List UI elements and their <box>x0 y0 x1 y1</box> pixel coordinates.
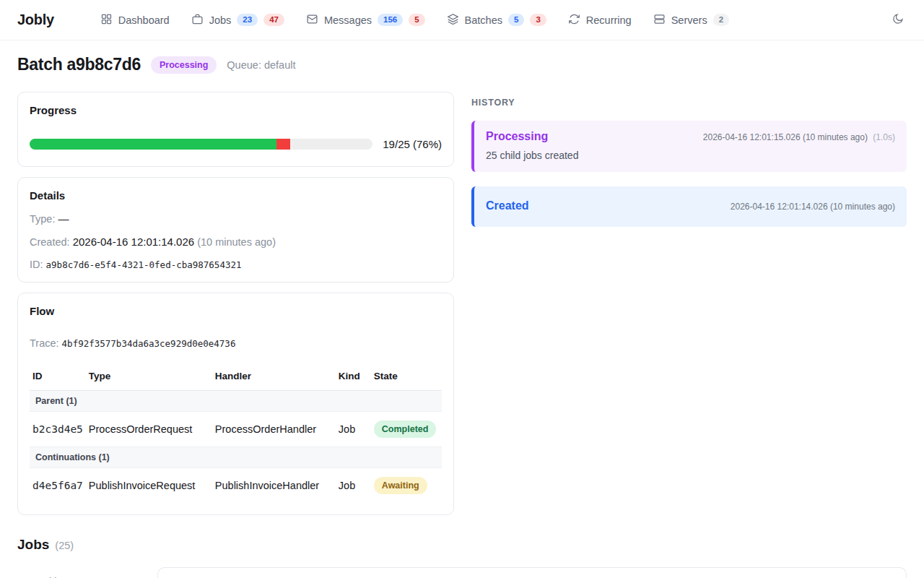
nav-item-label: Messages <box>324 14 372 26</box>
nav-item-servers[interactable]: Servers 2 <box>653 13 729 27</box>
detail-id-value: a9b8c7d6-e5f4-4321-0fed-cba987654321 <box>46 259 242 270</box>
history-item-processing: Processing 2026-04-16 12:01:15.026 (10 m… <box>471 121 907 172</box>
progress-card: Progress 19/25 (76%) <box>17 92 454 167</box>
flow-row-continuation-job[interactable]: d4e5f6a7 PublishInvoiceRequest PublishIn… <box>30 468 442 504</box>
nav-item-label: Jobs <box>209 14 232 26</box>
layers-icon <box>447 13 459 27</box>
nav-item-label: Recurring <box>586 14 632 26</box>
jobs-badge-enqueued: 23 <box>237 14 258 27</box>
flow-trace-row: Trace: 4bf92f3577b34da6a3ce929d0e0e4736 <box>30 337 442 349</box>
flow-row-type: ProcessOrderRequest <box>86 412 212 447</box>
trace-label: Trace: <box>30 337 59 349</box>
theme-toggle-button[interactable] <box>889 10 907 30</box>
flow-group-parent: Parent (1) <box>30 391 442 412</box>
flow-row-handler: PublishInvoiceHandler <box>212 468 336 504</box>
progress-card-title: Progress <box>30 104 442 116</box>
nav-item-batches[interactable]: Batches 5 3 <box>447 13 546 27</box>
jobs-section-title: Jobs <box>17 537 49 553</box>
flow-card-title: Flow <box>30 305 442 317</box>
jobs-col-handler: Handler <box>412 572 625 578</box>
nav-item-jobs[interactable]: Jobs 23 47 <box>191 13 284 27</box>
nav-item-label: Batches <box>465 14 502 26</box>
messages-badge-total: 156 <box>378 14 403 27</box>
nav-items: Dashboard Jobs 23 47 Messages 156 5 Batc… <box>100 13 889 27</box>
flow-col-state: State <box>371 365 442 391</box>
history-timestamp: 2026-04-16 12:01:15.026 (10 minutes ago)… <box>703 132 895 142</box>
page-header: Batch a9b8c7d6 Processing Queue: default <box>17 55 907 74</box>
flow-row-kind: Job <box>336 468 371 504</box>
nav-item-label: Dashboard <box>118 14 170 26</box>
jobs-col-id: ID <box>170 572 233 578</box>
history-description: 25 child jobs created <box>486 150 895 161</box>
nav-item-label: Servers <box>671 14 707 26</box>
flow-row-parent-job[interactable]: b2c3d4e5 ProcessOrderRequest ProcessOrde… <box>30 412 442 447</box>
progress-bar <box>30 139 372 150</box>
state-badge-awaiting: Awaiting <box>374 477 427 494</box>
envelope-icon <box>306 13 318 27</box>
flow-row-kind: Job <box>336 412 371 447</box>
flow-row-id: d4e5f6a7 <box>30 468 86 504</box>
page-title: Batch a9b8c7d6 <box>17 55 141 74</box>
progress-bar-failed <box>276 139 290 150</box>
moon-icon <box>892 13 904 27</box>
flow-col-handler: Handler <box>212 365 336 391</box>
left-column: Progress 19/25 (76%) Details Type: — <box>17 92 454 515</box>
nav-item-recurring[interactable]: Recurring <box>568 13 632 27</box>
batch-status-badge: Processing <box>151 56 217 74</box>
jobs-table-card: ID Type Handler State Created <box>157 567 907 578</box>
flow-group-continuations: Continuations (1) <box>30 447 442 468</box>
batch-detail-page: Batch a9b8c7d6 Processing Queue: default… <box>0 40 924 578</box>
trace-value: 4bf92f3577b34da6a3ce929d0e0e4736 <box>62 338 236 349</box>
details-card: Details Type: — Created: 2026-04-16 12:0… <box>17 177 454 282</box>
batches-badge-failed: 3 <box>530 14 546 27</box>
queue-label: Queue: default <box>227 59 295 71</box>
progress-label: 19/25 (76%) <box>383 138 442 150</box>
filter-item-awaiting[interactable]: Awaiting 0 <box>17 570 139 578</box>
jobs-col-created: Created <box>824 572 894 578</box>
detail-type-value: — <box>58 212 69 225</box>
jobs-col-type: Type <box>233 572 412 578</box>
nav-item-messages[interactable]: Messages 156 5 <box>306 13 425 27</box>
flow-col-id: ID <box>30 365 86 391</box>
servers-badge-count: 2 <box>713 14 729 27</box>
refresh-icon <box>568 13 580 27</box>
flow-row-id: b2c3d4e5 <box>30 412 86 447</box>
flow-table-header: ID Type Handler Kind State <box>30 365 442 391</box>
flow-col-kind: Kind <box>336 365 371 391</box>
history-timestamp: 2026-04-16 12:01:14.026 (10 minutes ago) <box>731 202 895 212</box>
batches-badge-active: 5 <box>508 14 524 27</box>
detail-id-row: ID: a9b8c7d6-e5f4-4321-0fed-cba987654321 <box>30 259 442 270</box>
navbar: Jobly Dashboard Jobs 23 47 Messages 156 … <box>0 0 924 40</box>
briefcase-icon <box>191 13 204 27</box>
jobs-table-header: ID Type Handler State Created <box>170 572 894 578</box>
detail-id-label: ID: <box>30 259 43 270</box>
jobs-table: ID Type Handler State Created <box>170 572 894 578</box>
history-item-created: Created 2026-04-16 12:01:14.026 (10 minu… <box>471 186 907 227</box>
detail-type-label: Type: <box>30 213 55 225</box>
history-heading: HISTORY <box>471 98 907 108</box>
flow-col-type: Type <box>86 365 212 391</box>
flow-row-type: PublishInvoiceRequest <box>86 468 212 504</box>
jobs-col-state: State <box>625 572 824 578</box>
jobs-badge-failed: 47 <box>263 14 284 27</box>
history-state: Processing <box>486 130 548 143</box>
detail-created-value: 2026-04-16 12:01:14.026 <box>73 236 194 248</box>
progress-bar-completed <box>30 139 276 150</box>
history-duration: (1.0s) <box>873 132 895 142</box>
history-state: Created <box>486 199 529 212</box>
flow-table: ID Type Handler Kind State Parent (1) b2… <box>30 365 442 503</box>
messages-badge-failed: 5 <box>409 14 424 27</box>
server-icon <box>653 13 666 27</box>
jobs-state-filter-list: Awaiting 0 <box>17 567 139 578</box>
state-badge-completed: Completed <box>374 420 437 438</box>
jobs-section-count: (25) <box>55 540 74 551</box>
jobs-section: Jobs (25) Awaiting 0 ID Type Handler <box>17 537 907 578</box>
flow-row-handler: ProcessOrderHandler <box>212 412 336 447</box>
detail-created-ago: (10 minutes ago) <box>197 236 276 248</box>
detail-type-row: Type: — <box>30 212 442 225</box>
dashboard-icon <box>100 13 113 27</box>
history-panel: HISTORY Processing 2026-04-16 12:01:15.0… <box>471 92 907 515</box>
nav-item-dashboard[interactable]: Dashboard <box>100 13 170 27</box>
app-logo[interactable]: Jobly <box>17 12 54 28</box>
detail-created-row: Created: 2026-04-16 12:01:14.026 (10 min… <box>30 236 442 248</box>
